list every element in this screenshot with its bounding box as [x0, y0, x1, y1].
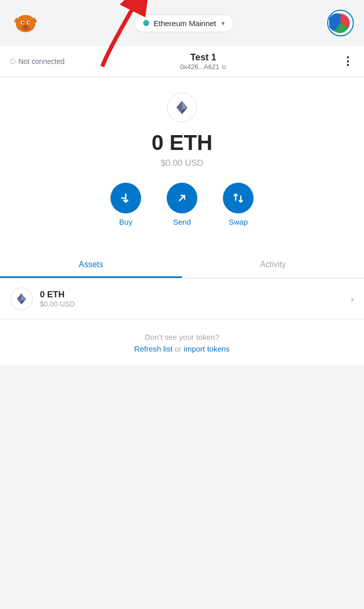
token-links: Refresh list or import tokens: [10, 344, 354, 353]
svg-marker-22: [17, 293, 21, 301]
eth-logo: [167, 93, 197, 122]
buy-button[interactable]: [110, 183, 141, 213]
svg-point-10: [28, 21, 30, 24]
svg-marker-18: [176, 101, 182, 110]
buy-button-wrap: Buy: [110, 183, 141, 226]
svg-point-9: [22, 21, 24, 24]
asset-item-eth[interactable]: 0 ETH $0.00 USD ›: [0, 278, 364, 320]
asset-eth-icon: [10, 288, 33, 310]
not-connected-label: Not connected: [18, 57, 64, 66]
chevron-down-icon: ▾: [221, 19, 225, 27]
swap-label: Swap: [229, 217, 248, 226]
account-bar: Not connected Test 1 0x426...A621 ⧉ ⋮: [0, 46, 364, 77]
action-buttons: Buy Send Swap: [110, 183, 254, 226]
account-avatar[interactable]: [327, 10, 354, 36]
token-question: Don't see your token?: [10, 333, 354, 341]
not-connected-dot: [10, 59, 15, 64]
refresh-list-link[interactable]: Refresh list: [134, 344, 173, 353]
not-connected-status: Not connected: [10, 57, 64, 66]
swap-button[interactable]: [223, 183, 254, 213]
balance-section: 0 ETH $0.00 USD Buy: [0, 77, 364, 253]
asset-eth-details: 0 ETH $0.00 USD: [40, 290, 351, 308]
send-button-wrap: Send: [167, 183, 197, 226]
asset-eth-name: 0 ETH: [40, 290, 351, 300]
send-button[interactable]: [167, 183, 197, 213]
balance-usd: $0.00 USD: [161, 158, 203, 168]
network-selector[interactable]: Ethereum Mainnet ▾: [134, 14, 234, 32]
app-header: Ethereum Mainnet ▾: [0, 0, 364, 46]
metamask-logo: [10, 7, 41, 39]
main-content: 0 ETH $0.00 USD Buy: [0, 77, 364, 365]
asset-chevron-icon: ›: [351, 294, 354, 304]
account-bar-container: Not connected Test 1 0x426...A621 ⧉ ⋮: [0, 46, 364, 77]
svg-point-11: [25, 25, 27, 27]
network-name: Ethereum Mainnet: [153, 19, 216, 28]
network-status-dot: [143, 20, 149, 26]
balance-eth: 0 ETH: [151, 130, 212, 155]
import-tokens-link[interactable]: import tokens: [184, 344, 230, 353]
more-menu-button[interactable]: ⋮: [342, 55, 354, 68]
swap-button-wrap: Swap: [223, 183, 254, 226]
account-name: Test 1: [64, 52, 342, 63]
tabs: Assets Activity: [0, 253, 364, 278]
asset-eth-value: $0.00 USD: [40, 300, 351, 308]
send-label: Send: [173, 217, 191, 226]
copy-address-icon[interactable]: ⧉: [222, 63, 226, 71]
token-footer: Don't see your token? Refresh list or im…: [0, 320, 364, 365]
account-info: Test 1 0x426...A621 ⧉: [64, 52, 342, 71]
buy-label: Buy: [119, 217, 132, 226]
assets-list: 0 ETH $0.00 USD ›: [0, 278, 364, 320]
account-address: 0x426...A621 ⧉: [64, 63, 342, 71]
tab-assets[interactable]: Assets: [0, 253, 182, 278]
tab-activity[interactable]: Activity: [182, 253, 364, 278]
